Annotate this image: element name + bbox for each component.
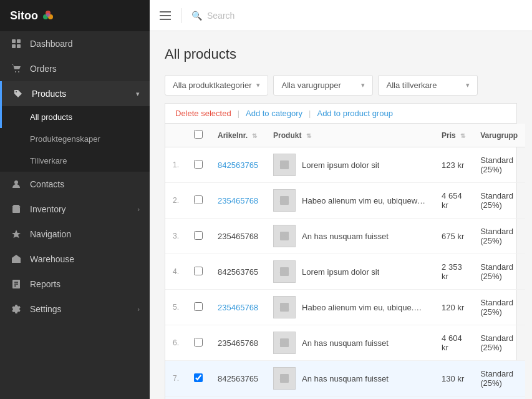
- svg-point-20: [15, 308, 17, 310]
- sidebar-label-inventory: Inventory: [30, 204, 66, 214]
- products-chevron-icon: ▾: [136, 90, 140, 98]
- row-price-2: 675 kr: [434, 219, 473, 254]
- filter-categories-label: Alla produktkategorier: [173, 81, 251, 90]
- row-product-0: Lorem ipsum dolor sit: [266, 147, 434, 182]
- select-all-checkbox[interactable]: [194, 130, 203, 139]
- product-thumb-2: [273, 225, 296, 247]
- sidebar-item-contacts[interactable]: Contacts: [0, 172, 150, 197]
- row-varugrupp-6: Standard (25%): [473, 361, 525, 397]
- row-num-3: 4.: [165, 254, 186, 290]
- tag-icon: [12, 89, 24, 99]
- artikelnr-link-1[interactable]: 235465768: [218, 196, 258, 205]
- submenu-item-produktegenskaper[interactable]: Produktegenskaper: [0, 128, 150, 150]
- logo: Sitoo: [0, 0, 150, 31]
- sidebar-label-reports: Reports: [30, 279, 60, 289]
- menu-toggle-button[interactable]: [160, 11, 171, 20]
- th-checkbox: [186, 124, 210, 147]
- add-to-product-group-link[interactable]: Add to product group: [317, 109, 392, 118]
- sidebar-item-settings[interactable]: Settings ›: [0, 297, 150, 322]
- row-num-0: 1.: [165, 147, 186, 183]
- sidebar-label-warehouse: Warehouse: [30, 254, 74, 264]
- sidebar-label-dashboard: Dashboard: [30, 39, 73, 49]
- sidebar-item-orders[interactable]: Orders: [0, 56, 150, 81]
- cart-icon: [10, 64, 22, 74]
- svg-point-22: [282, 162, 284, 164]
- row-checkbox-cell-0: [186, 147, 210, 183]
- row-artikelnr-7[interactable]: 235465768: [210, 397, 266, 400]
- filter-categories[interactable]: Alla produktkategorier ▾: [165, 75, 268, 96]
- svg-point-30: [282, 305, 284, 307]
- row-product-6: An has nusquam fuisset: [266, 361, 434, 396]
- main-content: 🔍 Search All products Alla produktkatego…: [150, 0, 532, 399]
- delete-selected-link[interactable]: Delete selected: [175, 109, 231, 118]
- svg-point-32: [282, 340, 284, 342]
- filter-tillverkare[interactable]: Alla tillverkare ▾: [378, 75, 478, 96]
- row-checkbox-cell-3: [186, 254, 210, 290]
- row-product-4: Habeo alienum vim eu, ubique.wer..: [266, 290, 434, 325]
- row-checkbox-1[interactable]: [194, 195, 203, 204]
- submenu-label-produktegenskaper: Produktegenskaper: [30, 134, 100, 144]
- sidebar-label-navigation: Navigation: [30, 229, 71, 239]
- row-checkbox-3[interactable]: [194, 267, 203, 275]
- row-varugrupp-0: Standard (25%): [473, 147, 525, 183]
- table-row: 3.235465768An has nusquam fuisset675 krS…: [165, 219, 525, 254]
- table-body: 1.842563765Lorem ipsum dolor sit123 krSt…: [165, 147, 525, 400]
- svg-point-3: [46, 13, 50, 17]
- filter-varugrupper[interactable]: Alla varugrupper ▾: [273, 75, 373, 96]
- sidebar-item-products[interactable]: Products ▾: [0, 81, 150, 106]
- filter-tillverkare-caret: ▾: [466, 81, 470, 89]
- row-checkbox-6[interactable]: [194, 373, 203, 382]
- svg-point-10: [16, 91, 17, 92]
- pris-sort-icon: ⇅: [460, 132, 465, 139]
- submenu-label-tillverkare: Tillverkare: [30, 156, 67, 165]
- artikelnr-sort-icon: ⇅: [252, 132, 257, 139]
- product-thumb-5: [273, 332, 296, 354]
- row-checkbox-2[interactable]: [194, 231, 203, 240]
- sidebar-item-dashboard[interactable]: Dashboard: [0, 31, 150, 56]
- row-price-7: 945 kr: [434, 397, 473, 400]
- row-varugrupp-4: Standard (25%): [473, 290, 525, 325]
- table-header-row: Arikelnr. ⇅ Produkt ⇅ Pris ⇅ Varugrupp: [165, 124, 525, 147]
- product-table-container: Delete selected | Add to category | Add …: [165, 103, 517, 399]
- artikelnr-link-0[interactable]: 842563765: [218, 160, 258, 170]
- row-product-5: An has nusquam fuisset: [266, 325, 434, 360]
- th-produkt-label: Produkt: [273, 131, 301, 140]
- add-to-category-link[interactable]: Add to category: [246, 109, 302, 118]
- content-area: All products Alla produktkategorier ▾ Al…: [150, 31, 532, 399]
- sidebar-item-navigation[interactable]: Navigation: [0, 222, 150, 247]
- inventory-chevron-icon: ›: [137, 205, 140, 213]
- sidebar-item-warehouse[interactable]: Warehouse: [0, 247, 150, 272]
- row-price-1: 4 654 kr: [434, 183, 473, 219]
- row-artikelnr-3: 842563765: [210, 254, 266, 290]
- row-varugrupp-1: Standard (25%): [473, 183, 525, 219]
- svg-rect-6: [12, 44, 16, 48]
- table-row: 7.842563765An has nusquam fuisset130 krS…: [165, 361, 525, 397]
- row-artikelnr-0[interactable]: 842563765: [210, 147, 266, 183]
- search-input[interactable]: Search: [207, 11, 235, 21]
- row-artikelnr-4[interactable]: 235465768: [210, 290, 266, 325]
- row-checkbox-cell-1: [186, 183, 210, 219]
- th-artikelnr-label: Arikelnr.: [218, 131, 248, 140]
- row-product-3: Lorem ipsum dolor sit: [266, 254, 434, 289]
- row-checkbox-4[interactable]: [194, 302, 203, 311]
- sidebar-item-inventory[interactable]: Inventory ›: [0, 197, 150, 222]
- row-artikelnr-1[interactable]: 235465768: [210, 183, 266, 219]
- artikelnr-link-4[interactable]: 235465768: [218, 303, 258, 312]
- action-bar: Delete selected | Add to category | Add …: [165, 104, 516, 124]
- produkt-sort-icon: ⇅: [306, 132, 311, 139]
- th-pris-label: Pris: [442, 131, 456, 140]
- submenu-item-all-products[interactable]: All products: [0, 106, 150, 128]
- th-produkt: Produkt ⇅: [266, 124, 434, 147]
- row-artikelnr-6: 842563765: [210, 361, 266, 397]
- row-price-0: 123 kr: [434, 147, 473, 183]
- th-varugrupp: Varugrupp: [473, 124, 525, 147]
- sidebar-label-orders: Orders: [30, 64, 57, 74]
- svg-rect-14: [14, 260, 16, 263]
- submenu-item-tillverkare[interactable]: Tillverkare: [0, 150, 150, 172]
- menu-line-3: [160, 19, 171, 20]
- row-checkbox-0[interactable]: [194, 160, 203, 169]
- row-checkbox-cell-2: [186, 219, 210, 254]
- sidebar-item-reports[interactable]: Reports: [0, 272, 150, 297]
- row-checkbox-5[interactable]: [194, 338, 203, 347]
- svg-rect-7: [17, 44, 21, 48]
